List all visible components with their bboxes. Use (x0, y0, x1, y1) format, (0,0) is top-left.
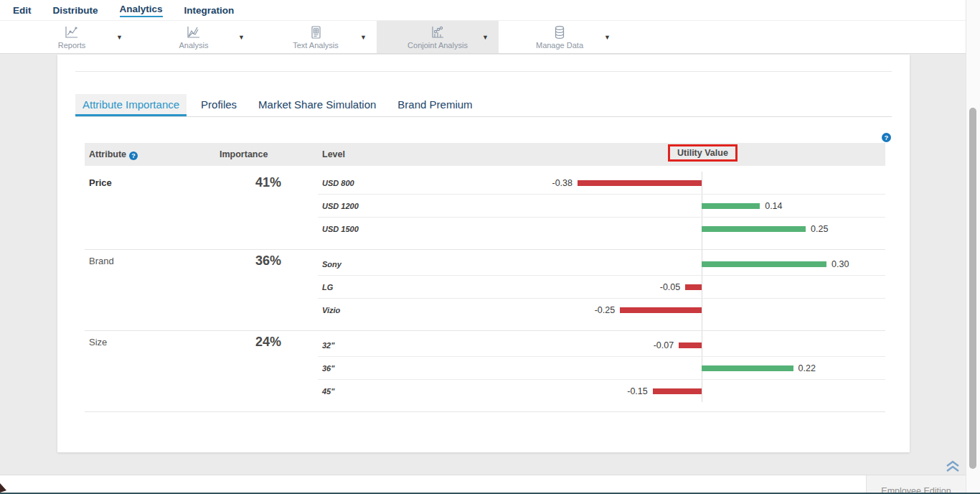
utility-row: 36" 0.22 (318, 357, 885, 380)
column-header-importance: Importance (220, 143, 268, 166)
tab-attribute-importance[interactable]: Attribute Importance (75, 94, 187, 116)
footer-bar: Employee Edition (0, 475, 966, 494)
divider (75, 71, 892, 72)
level-label: USD 800 (322, 172, 354, 195)
level-label: Vizio (322, 299, 340, 322)
utility-value-label: -0.15 (627, 380, 648, 403)
column-header-utility-value: Utility Value (677, 148, 728, 158)
attribute-name: Price (89, 177, 112, 188)
toolbar-item-label: Reports (58, 41, 86, 50)
attribute-help-icon[interactable]: ? (129, 152, 138, 160)
nav-item-edit[interactable]: Edit (13, 5, 32, 16)
utility-value-label: -0.38 (552, 172, 573, 195)
utility-bar (620, 307, 702, 313)
conjoint-scatter-icon (430, 24, 446, 40)
toolbar-item-label: Analysis (179, 41, 209, 50)
importance-value: 36% (219, 253, 318, 269)
attribute-name: Size (89, 337, 107, 348)
analytics-toolbar: Reports ▼ Analysis ▼ Text Analysis ▼ (0, 20, 966, 54)
toolbar-item-label: Conjoint Analysis (407, 41, 468, 50)
level-label: 45" (322, 380, 334, 403)
level-label: USD 1200 (322, 195, 359, 218)
attribute-group-price: Price 41% USD 800 -0.38 USD 1200 0.14 US… (85, 172, 885, 250)
utility-bar (679, 342, 702, 348)
toolbar-item-analysis[interactable]: Analysis ▼ (133, 21, 255, 53)
conjoint-tabs: Attribute Importance Profiles Market Sha… (75, 94, 892, 117)
utility-value-label: -0.07 (654, 334, 674, 357)
utility-value-label: -0.05 (660, 276, 681, 299)
chevron-down-icon[interactable]: ▼ (482, 34, 489, 41)
chevron-down-icon[interactable]: ▼ (238, 34, 245, 41)
scroll-to-top-button[interactable] (946, 460, 960, 472)
importance-value: 41% (219, 175, 318, 190)
level-label: 32" (322, 334, 334, 357)
reports-line-chart-icon (64, 24, 80, 40)
utility-bar (702, 226, 806, 232)
utility-bar (702, 365, 793, 371)
double-chevron-up-icon (946, 460, 960, 472)
text-analysis-document-icon (308, 24, 323, 40)
utility-row: 32" -0.07 (318, 334, 885, 357)
help-icon[interactable]: ? (882, 133, 891, 142)
toolbar-item-text-analysis[interactable]: Text Analysis ▼ (255, 21, 377, 53)
utility-row: USD 1200 0.14 (318, 195, 885, 218)
annotation-box-utility-value: Utility Value (668, 144, 738, 162)
level-label: Sony (322, 253, 341, 276)
chevron-down-icon[interactable]: ▼ (360, 34, 367, 41)
toolbar-item-conjoint-analysis[interactable]: Conjoint Analysis ▼ (377, 21, 499, 53)
scrollbar-thumb[interactable] (969, 108, 976, 469)
database-icon (552, 24, 567, 40)
table-body: Price 41% USD 800 -0.38 USD 1200 0.14 US… (85, 166, 885, 412)
attribute-group-brand: Brand 36% Sony 0.30 LG -0.05 Vizio -0.25 (85, 250, 885, 331)
utility-bar (702, 203, 760, 209)
toolbar-item-reports[interactable]: Reports ▼ (11, 21, 133, 53)
conjoint-analysis-panel: Attribute Importance Profiles Market Sha… (57, 55, 910, 452)
nav-item-analytics[interactable]: Analytics (120, 4, 163, 17)
tab-brand-premium[interactable]: Brand Premium (390, 94, 479, 116)
utility-row: Sony 0.30 (318, 253, 885, 276)
analysis-line-chart-icon (186, 24, 202, 40)
level-label: USD 1500 (322, 218, 359, 241)
column-header-attribute: Attribute? (89, 143, 138, 166)
importance-value: 24% (219, 335, 318, 350)
utility-bar (578, 180, 702, 186)
attribute-importance-table: Attribute? Importance Level Utility Valu… (85, 143, 885, 412)
utility-value-label: 0.30 (831, 253, 849, 276)
top-nav: Edit Distribute Analytics Integration (0, 0, 966, 20)
level-label: 36" (322, 357, 334, 380)
toolbar-item-label: Text Analysis (293, 41, 339, 50)
chevron-down-icon[interactable]: ▼ (116, 34, 123, 41)
utility-value-label: 0.14 (765, 195, 782, 218)
attribute-name: Brand (89, 256, 114, 266)
table-header-row: Attribute? Importance Level Utility Valu… (85, 143, 885, 166)
edition-badge: Employee Edition (866, 475, 966, 494)
utility-value-label: -0.25 (595, 299, 616, 322)
chevron-down-icon[interactable]: ▼ (604, 34, 611, 41)
utility-row: Vizio -0.25 (318, 299, 885, 322)
utility-row: USD 800 -0.38 (318, 172, 885, 195)
utility-row: LG -0.05 (318, 276, 885, 299)
utility-row: 45" -0.15 (318, 380, 885, 403)
utility-bar (653, 388, 702, 394)
toolbar-item-manage-data[interactable]: Manage Data ▼ (499, 21, 621, 53)
utility-value-label: 0.22 (798, 357, 816, 380)
toolbar-item-label: Manage Data (536, 41, 583, 50)
utility-value-label: 0.25 (811, 218, 828, 241)
mouse-cursor (0, 483, 7, 493)
tab-market-share-simulation[interactable]: Market Share Simulation (251, 94, 383, 116)
utility-bar (702, 261, 826, 267)
level-label: LG (322, 276, 333, 299)
attribute-group-size: Size 24% 32" -0.07 36" 0.22 45" -0.15 (85, 331, 885, 412)
column-header-level: Level (322, 143, 345, 166)
nav-item-integration[interactable]: Integration (184, 5, 235, 16)
utility-bar (685, 284, 702, 290)
nav-item-distribute[interactable]: Distribute (53, 5, 98, 16)
utility-row: USD 1500 0.25 (318, 218, 885, 241)
tab-profiles[interactable]: Profiles (194, 94, 244, 116)
vertical-scrollbar[interactable] (966, 0, 980, 494)
